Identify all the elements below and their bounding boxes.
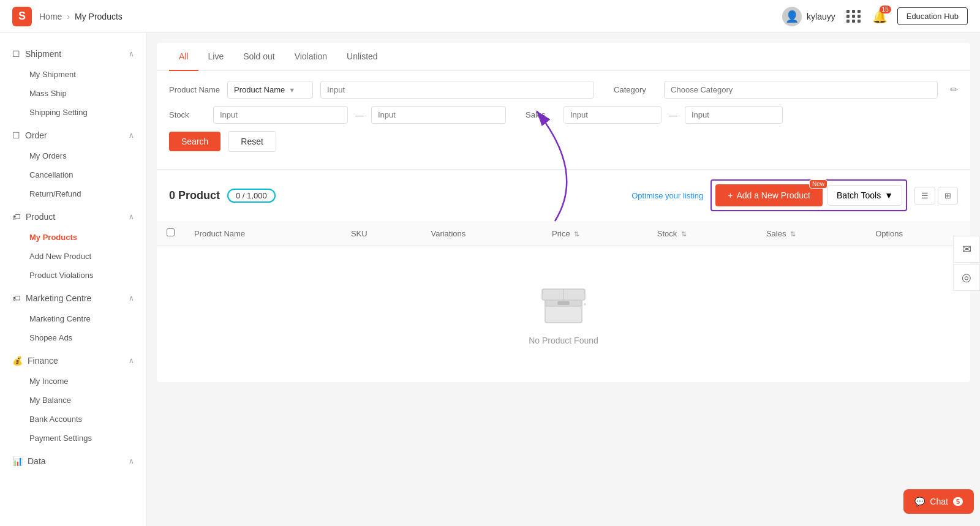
sidebar: ☐ Shipment ∧ My Shipment Mass Ship Shipp… bbox=[0, 33, 147, 526]
sidebar-label-shipment: Shipment bbox=[25, 49, 61, 59]
page-layout: ☐ Shipment ∧ My Shipment Mass Ship Shipp… bbox=[0, 33, 980, 526]
breadcrumb: Home › My Products bbox=[39, 12, 782, 21]
filter-row-stock: Stock — Sales — bbox=[169, 106, 958, 124]
search-button[interactable]: Search bbox=[169, 132, 221, 151]
sidebar-label-finance: Finance bbox=[28, 356, 58, 366]
notifications-bell[interactable]: 🔔 15 bbox=[872, 9, 888, 24]
chevron-up-icon-marketing: ∧ bbox=[129, 294, 134, 302]
header: S Home › My Products 👤 kylauyy 🔔 15 Educ… bbox=[0, 0, 980, 33]
grid-view-button[interactable]: ⊞ bbox=[938, 187, 958, 205]
sidebar-item-mass-ship[interactable]: Mass Ship bbox=[0, 84, 146, 103]
grid-apps-icon[interactable] bbox=[845, 8, 862, 25]
toolbar-right-section: Optimise your listing + Add a New Produc… bbox=[631, 179, 958, 211]
plus-icon: + bbox=[728, 190, 733, 200]
sidebar-item-product-violations[interactable]: Product Violations bbox=[0, 266, 146, 285]
column-header-stock: Stock ⇅ bbox=[647, 221, 756, 246]
sales-to-input[interactable] bbox=[685, 106, 783, 124]
reset-button[interactable]: Reset bbox=[228, 131, 276, 152]
data-icon: 📊 bbox=[12, 456, 23, 466]
column-header-product-name: Product Name bbox=[184, 221, 341, 246]
stock-dash: — bbox=[355, 110, 364, 120]
sidebar-item-my-balance[interactable]: My Balance bbox=[0, 391, 146, 410]
avatar: 👤 bbox=[782, 7, 802, 26]
table-section: Product Name SKU Variations Price ⇅ Stoc… bbox=[157, 221, 970, 382]
sales-dash: — bbox=[669, 110, 677, 120]
chat-label: Chat bbox=[930, 497, 948, 506]
stock-label: Stock bbox=[169, 110, 206, 119]
sidebar-item-shopee-ads[interactable]: Shopee Ads bbox=[0, 328, 146, 347]
select-all-checkbox[interactable] bbox=[167, 228, 175, 236]
product-card: All Live Sold out Violation Unlisted Pro… bbox=[157, 43, 970, 382]
product-name-input[interactable] bbox=[320, 81, 594, 99]
sidebar-section-header-shipment[interactable]: ☐ Shipment ∧ bbox=[0, 43, 146, 65]
chevron-up-icon-data: ∧ bbox=[129, 457, 134, 465]
sidebar-section-header-product[interactable]: 🏷 Product ∧ bbox=[0, 206, 146, 228]
svg-point-6 bbox=[584, 303, 586, 306]
mail-icon-button[interactable]: ✉ bbox=[953, 236, 980, 263]
sidebar-item-payment-settings[interactable]: Payment Settings bbox=[0, 429, 146, 448]
batch-tools-label: Batch Tools bbox=[837, 190, 881, 200]
sidebar-item-add-new-product[interactable]: Add New Product bbox=[0, 247, 146, 266]
sidebar-section-header-data[interactable]: 📊 Data ∧ bbox=[0, 450, 146, 472]
main-content: All Live Sold out Violation Unlisted Pro… bbox=[147, 33, 980, 526]
sidebar-item-marketing-centre[interactable]: Marketing Centre bbox=[0, 309, 146, 328]
sidebar-label-product: Product bbox=[26, 212, 55, 222]
sales-label: Sales bbox=[526, 110, 556, 119]
column-header-sku: SKU bbox=[341, 221, 421, 246]
chat-button[interactable]: 💬 Chat 5 bbox=[903, 489, 974, 514]
sidebar-item-my-products[interactable]: My Products bbox=[0, 228, 146, 247]
filter-row-product-name: Product Name Product Name ▼ Category ✏ bbox=[169, 81, 958, 99]
filter-row-buttons: Search Reset bbox=[169, 131, 958, 152]
tab-sold-out[interactable]: Sold out bbox=[233, 43, 284, 71]
list-view-button[interactable]: ☰ bbox=[914, 187, 935, 205]
stock-to-input[interactable] bbox=[371, 106, 506, 124]
tab-violation[interactable]: Violation bbox=[285, 43, 337, 71]
tab-all[interactable]: All bbox=[169, 43, 198, 71]
category-input[interactable] bbox=[664, 81, 938, 99]
sales-sort-icon[interactable]: ⇅ bbox=[790, 230, 796, 238]
product-count-section: 0 Product 0 / 1,000 bbox=[169, 189, 276, 203]
education-hub-button[interactable]: Education Hub bbox=[897, 7, 968, 25]
svg-point-5 bbox=[580, 296, 584, 300]
tab-live[interactable]: Live bbox=[198, 43, 234, 71]
optimise-listing-link[interactable]: Optimise your listing bbox=[631, 191, 703, 200]
price-sort-icon[interactable]: ⇅ bbox=[574, 230, 579, 238]
category-label: Category bbox=[614, 85, 657, 94]
sidebar-section-header-finance[interactable]: 💰 Finance ∧ bbox=[0, 350, 146, 372]
sidebar-item-shipping-setting[interactable]: Shipping Setting bbox=[0, 103, 146, 122]
stock-from-input[interactable] bbox=[213, 106, 348, 124]
column-header-variations: Variations bbox=[421, 221, 542, 246]
sidebar-item-my-shipment[interactable]: My Shipment bbox=[0, 65, 146, 84]
add-product-label: Add a New Product bbox=[736, 190, 810, 200]
sidebar-item-my-income[interactable]: My Income bbox=[0, 372, 146, 391]
sidebar-item-my-orders[interactable]: My Orders bbox=[0, 146, 146, 165]
sidebar-item-bank-accounts[interactable]: Bank Accounts bbox=[0, 410, 146, 429]
sidebar-section-header-marketing[interactable]: 🏷 Marketing Centre ∧ bbox=[0, 287, 146, 309]
tab-unlisted[interactable]: Unlisted bbox=[337, 43, 388, 71]
add-product-button[interactable]: + Add a New Product New bbox=[715, 184, 823, 206]
stock-sort-icon[interactable]: ⇅ bbox=[681, 230, 687, 238]
chat-bubble-icon-button[interactable]: ◎ bbox=[953, 264, 980, 291]
product-name-dropdown[interactable]: Product Name ▼ bbox=[227, 81, 313, 99]
product-icon: 🏷 bbox=[12, 212, 21, 222]
notifications-badge: 15 bbox=[880, 6, 891, 13]
finance-icon: 💰 bbox=[12, 356, 23, 366]
sidebar-section-header-order[interactable]: ☐ Order ∧ bbox=[0, 124, 146, 146]
sidebar-item-return-refund[interactable]: Return/Refund bbox=[0, 184, 146, 203]
empty-text: No Product Found bbox=[529, 336, 598, 345]
sidebar-label-marketing: Marketing Centre bbox=[26, 293, 91, 303]
edit-icon[interactable]: ✏ bbox=[950, 84, 958, 96]
sidebar-item-cancellation[interactable]: Cancellation bbox=[0, 165, 146, 184]
sidebar-label-data: Data bbox=[28, 456, 46, 466]
batch-tools-button[interactable]: Batch Tools ▼ bbox=[827, 185, 902, 206]
sidebar-section-marketing: 🏷 Marketing Centre ∧ Marketing Centre Sh… bbox=[0, 287, 146, 347]
sales-from-input[interactable] bbox=[564, 106, 662, 124]
highlight-box: + Add a New Product New Batch Tools ▼ bbox=[710, 179, 907, 211]
view-toggle: ☰ ⊞ bbox=[914, 187, 958, 205]
column-header-sales: Sales ⇅ bbox=[756, 221, 865, 246]
home-link[interactable]: Home bbox=[39, 12, 62, 21]
username: kylauyy bbox=[807, 12, 835, 21]
marketing-icon: 🏷 bbox=[12, 293, 21, 303]
tabs-bar: All Live Sold out Violation Unlisted bbox=[157, 43, 970, 71]
filters-section: Product Name Product Name ▼ Category ✏ S… bbox=[157, 71, 970, 170]
